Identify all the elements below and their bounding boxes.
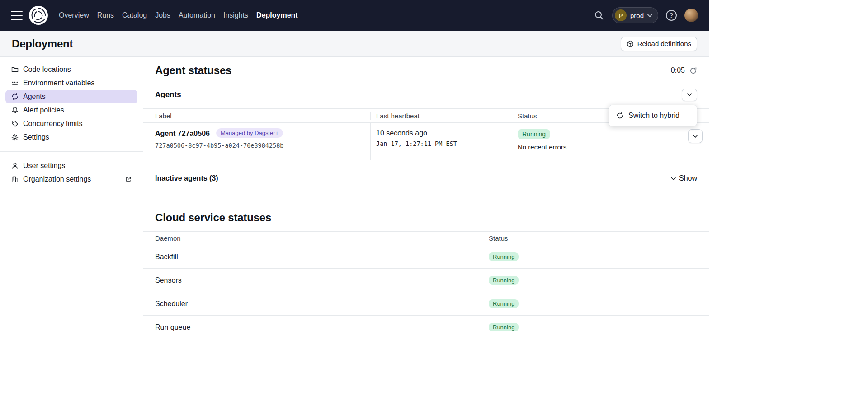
- sidebar-item-alert-policies[interactable]: Alert policies: [5, 103, 137, 117]
- deployment-avatar: P: [615, 9, 627, 21]
- sidebar-item-environment-variables[interactable]: Environment variables: [5, 76, 137, 90]
- cloud-table-header: Daemon Status: [143, 232, 709, 245]
- building-icon: [11, 176, 19, 183]
- sidebar-item-code-locations[interactable]: Code locations: [5, 63, 137, 76]
- main-content: Agent statuses 0:05 Agents: [143, 57, 709, 343]
- tag-icon: [11, 120, 19, 127]
- sidebar-item-user-settings[interactable]: User settings: [5, 159, 137, 173]
- user-icon: [11, 162, 19, 169]
- agent-row: Agent 727a0506Managed by Dagster+ 727a05…: [143, 123, 709, 160]
- inactive-agents-heading: Inactive agents (3): [155, 174, 218, 182]
- nav-item-overview[interactable]: Overview: [59, 10, 89, 21]
- user-avatar[interactable]: [684, 9, 698, 22]
- sidebar-item-concurrency-limits[interactable]: Concurrency limits: [5, 117, 137, 131]
- show-inactive-agents-link[interactable]: Show: [671, 174, 697, 182]
- daemon-name: Sensors: [143, 276, 483, 285]
- sidebar-divider: [0, 151, 143, 152]
- column-daemon: Daemon: [143, 234, 483, 242]
- folder-icon: [11, 66, 19, 73]
- nav-item-jobs[interactable]: Jobs: [155, 10, 170, 21]
- nav-item-runs[interactable]: Runs: [97, 10, 114, 21]
- agent-actions-menu: Switch to hybrid: [609, 105, 697, 126]
- gear-icon: [11, 134, 19, 141]
- external-link-icon: [125, 176, 132, 182]
- refresh-countdown: 0:05: [671, 66, 697, 75]
- agent-actions-dropdown-button[interactable]: [682, 89, 697, 101]
- heartbeat-timestamp: Jan 17, 1:27:11 PM EST: [376, 140, 510, 147]
- status-badge: Running: [489, 299, 519, 308]
- primary-nav: Overview Runs Catalog Jobs Automation In…: [59, 10, 298, 21]
- bell-icon: [11, 107, 19, 114]
- managed-badge: Managed by Dagster+: [216, 128, 283, 138]
- daemon-row: Run queue Running: [143, 316, 709, 339]
- agent-icon: [616, 112, 623, 119]
- column-label: Label: [143, 112, 371, 120]
- screenshot-canvas: { "nav": { "items": [ {"label": "Overvie…: [0, 0, 868, 420]
- menu-icon[interactable]: [11, 11, 23, 20]
- page-title: Deployment: [12, 37, 73, 50]
- sidebar-item-organization-settings[interactable]: Organization settings: [5, 173, 137, 186]
- status-badge: Running: [489, 252, 519, 261]
- page-header: Deployment Reload definitions: [0, 31, 709, 57]
- nav-item-automation[interactable]: Automation: [179, 10, 215, 21]
- variables-icon: [11, 79, 19, 87]
- dagster-logo-icon[interactable]: [29, 6, 48, 25]
- sidebar-item-settings[interactable]: Settings: [5, 131, 137, 144]
- chevron-down-icon: [671, 177, 676, 180]
- sidebar-item-agents[interactable]: Agents: [5, 90, 137, 103]
- nav-right-cluster: P prod ?: [594, 7, 698, 23]
- search-icon[interactable]: [594, 10, 604, 21]
- caret-down-icon: [687, 93, 692, 96]
- app-window: Overview Runs Catalog Jobs Automation In…: [0, 0, 709, 343]
- agent-id: 727a0506-8c97-4b95-a024-70e3984258b: [155, 142, 370, 149]
- agent-row-actions-button[interactable]: [688, 129, 703, 143]
- status-note: No recent errors: [518, 143, 681, 151]
- daemon-row: Backfill Running: [143, 245, 709, 269]
- daemon-row: Sensors Running: [143, 269, 709, 292]
- heartbeat-relative: 10 seconds ago: [376, 129, 510, 137]
- agent-statuses-title: Agent statuses: [155, 64, 231, 77]
- agents-heading: Agents: [155, 90, 181, 99]
- reload-definitions-button[interactable]: Reload definitions: [621, 37, 697, 51]
- deployment-name: prod: [630, 12, 644, 19]
- column-status: Status: [483, 234, 709, 242]
- deployment-sidebar: Code locations Environment variables Age…: [0, 57, 143, 343]
- deployment-switcher[interactable]: P prod: [612, 7, 658, 23]
- daemon-row: Scheduler Running: [143, 292, 709, 316]
- caret-down-icon: [693, 135, 698, 138]
- top-nav: Overview Runs Catalog Jobs Automation In…: [0, 0, 709, 31]
- chevron-down-icon: [647, 14, 652, 17]
- agent-name: Agent 727a0506: [155, 130, 210, 137]
- nav-item-deployment[interactable]: Deployment: [256, 10, 298, 21]
- nav-item-catalog[interactable]: Catalog: [122, 10, 147, 21]
- status-badge: Running: [489, 276, 519, 285]
- help-icon[interactable]: ?: [666, 10, 677, 21]
- column-last-heartbeat: Last heartbeat: [371, 112, 510, 120]
- daemon-name: Run queue: [143, 323, 483, 331]
- nav-item-insights[interactable]: Insights: [223, 10, 248, 21]
- refresh-icon[interactable]: [689, 67, 697, 75]
- status-badge: Running: [489, 323, 519, 331]
- package-icon: [627, 40, 634, 47]
- agent-icon: [11, 93, 19, 100]
- menu-item-switch-to-hybrid[interactable]: Switch to hybrid: [609, 105, 697, 126]
- cloud-services-table: Daemon Status Backfill Running Sensors R…: [143, 231, 709, 339]
- daemon-name: Scheduler: [143, 300, 483, 308]
- cloud-service-statuses-title: Cloud service statuses: [155, 211, 697, 224]
- status-badge: Running: [518, 129, 550, 139]
- daemon-name: Backfill: [143, 253, 483, 261]
